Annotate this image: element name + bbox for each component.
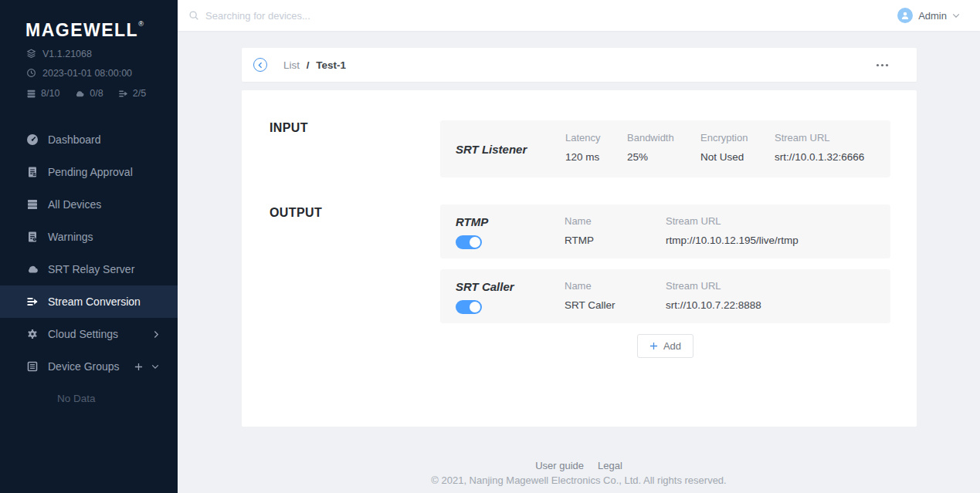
stream-conversion-icon [26,295,39,308]
output-card-rtmp: RTMP Name RTMP Stream URL rtmp://10.10.1… [440,204,890,258]
breadcrumb-parent[interactable]: List [283,59,300,71]
bandwidth-field: Bandwidth 25% [627,132,674,163]
version-text: V1.1.21068 [42,49,92,59]
sidebar-item-cloud-settings[interactable]: Cloud Settings [0,318,178,350]
chevron-right-icon [154,330,159,339]
sidebar-item-dashboard[interactable]: Dashboard [0,123,178,156]
version-row: V1.1.21068 [26,48,146,59]
input-card-type: SRT Listener [456,120,527,177]
back-button[interactable] [253,58,267,72]
sidebar-item-stream-conversion[interactable]: Stream Conversion [0,285,178,318]
breadcrumb: List / Test-1 [283,59,346,71]
conversion-stat: 2/5 [118,88,146,99]
input-section-title: INPUT [270,121,308,135]
encryption-field: Encryption Not Used [700,132,748,163]
footer-links: User guideLegal [178,460,980,471]
plus-icon [649,342,658,350]
output-card-type: SRT Caller [456,280,514,293]
chevron-left-icon [257,62,263,69]
output-card-type: RTMP [456,215,488,228]
field-value: 120 ms [565,151,601,163]
sidebar-meta: V1.1.21068 2023-01-01 08:00:00 8/10 0/8 … [26,48,146,99]
device-groups-controls [134,363,159,371]
stream-conversion-icon [118,89,128,99]
breadcrumb-separator: / [307,59,310,71]
field-value: srt://10.0.1.32:6666 [775,151,864,163]
cloud-stat: 0/8 [74,88,103,99]
plus-icon[interactable] [134,363,143,371]
search-icon [188,10,199,21]
magewell-logo: MAGEWELL® [25,20,144,41]
datetime-text: 2023-01-01 08:00:00 [42,68,132,79]
field-value: srt://10.10.7.22:8888 [666,299,761,311]
field-label: Encryption [700,132,748,144]
gear-icon [26,328,39,340]
search-input[interactable] [205,10,530,22]
warnings-icon [26,231,39,243]
field-label: Latency [565,132,601,144]
input-card-srt-listener: SRT Listener Latency 120 ms Bandwidth 25… [440,120,890,177]
add-output-row: Add [440,334,890,358]
sidebar-item-srt-relay-server[interactable]: SRT Relay Server [0,253,178,285]
rtmp-toggle[interactable] [456,235,482,249]
chevron-down-icon[interactable] [151,364,159,370]
user-guide-link[interactable]: User guide [535,460,584,471]
field-value: 25% [627,151,674,163]
footer: User guideLegal © 2021, Nanjing Magewell… [178,460,980,486]
output-card-srt-caller: SRT Caller Name SRT Caller Stream URL sr… [440,269,890,323]
cloud-icon [26,263,39,275]
stream-url-field: Stream URL rtmp://10.10.12.195/live/rtmp [666,215,799,246]
add-button-label: Add [663,340,681,352]
legal-link[interactable]: Legal [598,460,622,471]
user-name: Admin [918,10,947,22]
sidebar-item-all-devices[interactable]: All Devices [0,188,178,221]
sidebar-item-warnings[interactable]: Warnings [0,221,178,253]
add-output-button[interactable]: Add [637,334,693,358]
latency-field: Latency 120 ms [565,132,601,163]
devices-stat: 8/10 [26,88,59,99]
user-menu[interactable]: Admin [897,8,980,23]
sidebar-item-device-groups[interactable]: Device Groups [0,350,178,383]
field-label: Stream URL [775,132,864,144]
sidebar-item-pending-approval[interactable]: Pending Approval [0,156,178,188]
field-value: RTMP [565,235,594,246]
sidebar-empty-text: No Data [57,393,96,404]
name-field: Name SRT Caller [565,280,615,311]
sidebar: MAGEWELL® V1.1.21068 2023-01-01 08:00:00… [0,0,178,493]
search-box[interactable] [178,10,897,22]
stats-row: 8/10 0/8 2/5 [26,88,146,99]
stream-url-field: Stream URL srt://10.10.7.22:8888 [666,280,761,311]
sidebar-nav: Dashboard Pending Approval All Devices W… [0,123,178,383]
datetime-row: 2023-01-01 08:00:00 [26,67,146,79]
avatar [897,8,913,23]
dashboard-icon [26,133,39,146]
output-section-title: OUTPUT [270,206,322,220]
all-devices-icon [26,198,39,211]
device-groups-icon [26,360,39,373]
copyright-text: © 2021, Nanjing Magewell Electronics Co.… [178,474,980,486]
devices-icon [26,89,36,99]
chevron-down-icon [952,13,960,19]
field-label: Stream URL [666,280,761,292]
srt-caller-toggle[interactable] [456,300,482,314]
layers-icon [26,49,36,59]
field-value: Not Used [700,151,748,163]
name-field: Name RTMP [565,215,594,246]
cloud-settings-expand[interactable] [154,330,159,339]
clock-icon [26,68,36,78]
field-value: rtmp://10.10.12.195/live/rtmp [666,235,799,246]
stream-url-field: Stream URL srt://10.0.1.32:6666 [775,132,864,163]
topbar: Admin [178,0,980,31]
conversion-detail-panel: INPUT SRT Listener Latency 120 ms Bandwi… [242,90,917,427]
cloud-icon [74,89,85,99]
pending-approval-icon [26,166,39,178]
field-label: Bandwidth [627,132,674,144]
field-label: Name [565,215,594,227]
field-label: Stream URL [666,215,799,227]
breadcrumb-bar: List / Test-1 [242,48,917,82]
breadcrumb-current: Test-1 [316,59,346,71]
field-label: Name [565,280,615,292]
more-options-icon [876,63,889,67]
more-options-button[interactable] [874,60,890,70]
person-icon [900,11,910,20]
